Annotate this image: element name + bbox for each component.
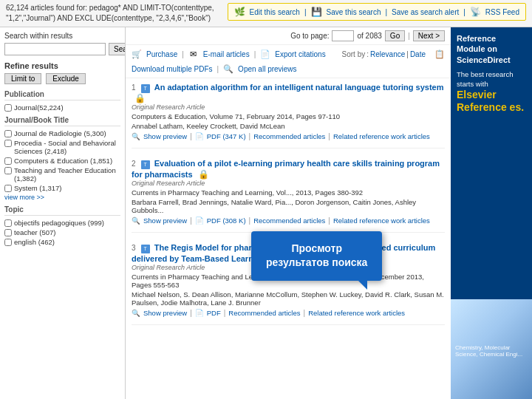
- show-preview-link[interactable]: Show preview: [143, 309, 187, 317]
- rss-feed-link[interactable]: RSS Feed: [485, 8, 519, 16]
- right-sidebar-title: Reference Module on ScienceDirect: [457, 33, 526, 65]
- topic-section-title: Topic: [4, 205, 120, 216]
- overlay-line1: Просмотр: [291, 242, 342, 254]
- result-type-icon: T: [141, 160, 150, 169]
- result-links: 🔍 Show preview | 📄 PDF (347 K) | Recomme…: [132, 132, 445, 140]
- topic-filter-item: english (462): [4, 238, 120, 246]
- export-citations-button[interactable]: Export citations: [275, 50, 325, 58]
- result-type-icon: T: [141, 84, 150, 93]
- purchase-icon: 🛒: [132, 49, 142, 59]
- topic-items-list: objectifs pedagogiques (999)teacher (507…: [4, 219, 120, 246]
- result-links: 🔍 Show preview | 📄 PDF (308 K) | Recomme…: [132, 216, 445, 225]
- main-layout: Search within results Search Refine resu…: [0, 27, 532, 399]
- result-item: 2 T Evaluation of a pilot e-learning pri…: [132, 159, 445, 233]
- recommended-articles-link[interactable]: Recommended articles: [253, 132, 325, 140]
- email-icon: ✉: [188, 49, 199, 59]
- journal-book-section-title: Journal/Book Title: [4, 116, 120, 126]
- recommended-articles-link[interactable]: Recommended articles: [253, 216, 325, 225]
- right-sidebar-book-image: Chemistry, Molecular Science, Chemical E…: [451, 299, 532, 399]
- journal-filter-checkbox[interactable]: [4, 167, 12, 174]
- sort-date-button[interactable]: Date: [410, 50, 426, 58]
- journal-filter-checkbox[interactable]: [4, 130, 12, 137]
- view-more-link[interactable]: view more >>: [4, 194, 120, 201]
- related-ref-link[interactable]: Related reference work articles: [308, 309, 405, 317]
- query-text: 62,124 articles found for: pedagog* AND …: [6, 4, 214, 22]
- sort-relevance-button[interactable]: Relevance: [370, 50, 405, 58]
- result-type-label: Original Research Article: [132, 103, 445, 111]
- recommended-articles-link[interactable]: Recommended articles: [228, 309, 300, 317]
- journal-filter-checkbox[interactable]: [4, 140, 12, 147]
- limit-to-button[interactable]: Limit to: [4, 73, 41, 84]
- result-title[interactable]: An adaptation algorithm for an intellige…: [154, 83, 444, 92]
- result-header: 2 T Evaluation of a pilot e-learning pri…: [132, 159, 445, 180]
- pdf-icon: 📄: [195, 216, 204, 225]
- pdf-icon: 📄: [195, 309, 204, 317]
- journal-items-list: Journal de Radiologie (5,300)Procedia - …: [4, 129, 120, 192]
- results-list: 1 T An adaptation algorithm for an intel…: [126, 78, 451, 340]
- right-sidebar-desc-text: The best research starts with: [457, 70, 514, 88]
- top-bar: 62,124 articles found for: pedagog* AND …: [0, 0, 532, 27]
- search-within-section: Search within results Search: [4, 32, 120, 55]
- show-preview-link[interactable]: Show preview: [143, 216, 187, 225]
- result-number: 1: [132, 83, 136, 92]
- search-within-button[interactable]: Search: [109, 43, 126, 55]
- right-sidebar: Reference Module on ScienceDirect The be…: [451, 27, 532, 399]
- sort-by-label-colon: :: [366, 50, 369, 58]
- topic-filter-checkbox[interactable]: [4, 239, 12, 246]
- journal-checkbox[interactable]: [4, 104, 12, 112]
- result-authors: Annabel Latham, Keeley Crockett, David M…: [132, 122, 445, 130]
- pdf-link[interactable]: PDF (347 K): [207, 132, 246, 140]
- result-number: 2: [132, 160, 136, 168]
- open-all-icon: 🔍: [223, 64, 233, 74]
- pdf-link[interactable]: PDF: [207, 309, 221, 317]
- open-access-icon: 🔒: [134, 93, 146, 103]
- sort-by-label: Sort by: [342, 50, 366, 58]
- save-search-link[interactable]: Save this search: [327, 8, 381, 16]
- sidebar: Search within results Search Refine resu…: [0, 27, 126, 399]
- topic-filter-item: objectifs pedagogiques (999): [4, 219, 120, 227]
- purchase-button[interactable]: Purchase: [146, 50, 177, 58]
- download-pdfs-button[interactable]: Download multiple PDFs: [132, 65, 213, 73]
- journal-filter-item: Computers & Education (1,851): [4, 157, 120, 165]
- result-meta: Computers & Education, Volume 71, Februa…: [132, 112, 445, 120]
- result-authors: Michael Nelson, S. Dean Allison, Mariann…: [132, 290, 445, 307]
- related-ref-link[interactable]: Related reference work articles: [333, 132, 430, 140]
- result-type-icon: T: [141, 245, 150, 253]
- overlay-tooltip: Просмотр результатов поиска: [251, 231, 382, 281]
- result-authors: Barbara Farrell, Brad Jennings, Natalie …: [132, 198, 445, 214]
- email-articles-button[interactable]: E-mail articles: [203, 50, 250, 58]
- refine-results-header: Refine results: [4, 61, 120, 70]
- edit-search-link[interactable]: Edit this search: [250, 8, 300, 16]
- result-header: 1 T An adaptation algorithm for an intel…: [132, 83, 445, 103]
- page-number-input[interactable]: 1: [332, 30, 354, 41]
- search-within-input[interactable]: [4, 43, 106, 55]
- pdf-link[interactable]: PDF (308 K): [207, 216, 246, 225]
- topic-filter-checkbox[interactable]: [4, 229, 12, 236]
- journal-filter-item: Teaching and Teacher Education (1,382): [4, 166, 120, 183]
- journal-filter-checkbox[interactable]: [4, 157, 12, 165]
- go-button[interactable]: Go: [385, 30, 405, 41]
- result-links: 🔍 Show preview | 📄 PDF | Recommended art…: [132, 309, 445, 317]
- next-button[interactable]: Next >: [413, 30, 445, 41]
- elsevier-highlight: Elsevier Reference es.: [457, 89, 524, 113]
- pdf-icon: 📄: [195, 132, 204, 140]
- exclude-button[interactable]: Exclude: [46, 73, 86, 84]
- top-actions: 🌿 Edit this search | 💾 Save this search …: [228, 3, 526, 21]
- result-item: 1 T An adaptation algorithm for an intel…: [132, 83, 445, 149]
- overlay-line2: результатов поиска: [266, 256, 367, 268]
- topic-filter-checkbox[interactable]: [4, 219, 12, 227]
- open-all-previews-button[interactable]: Open all previews: [238, 65, 296, 73]
- journal-checkbox-item: Journal(52,224): [4, 103, 120, 112]
- open-access-icon: 🔒: [198, 169, 209, 180]
- result-title[interactable]: Evaluation of a pilot e-learning primary…: [132, 159, 440, 179]
- journal-filter-checkbox[interactable]: [4, 185, 12, 192]
- download-pdfs-icon: 📋: [434, 49, 445, 59]
- show-preview-link[interactable]: Show preview: [143, 132, 187, 140]
- sort-section: Sort by : Relevance | Date: [342, 50, 426, 58]
- related-ref-link[interactable]: Related reference work articles: [333, 216, 430, 225]
- total-pages-label: of 2083: [357, 32, 381, 40]
- journal-filter-item: System (1,317): [4, 184, 120, 192]
- journal-filter-item: Journal de Radiologie (5,300): [4, 129, 120, 137]
- query-box: 62,124 articles found for: pedagog* AND …: [6, 3, 225, 24]
- save-as-alert-link[interactable]: Save as search alert: [392, 8, 459, 16]
